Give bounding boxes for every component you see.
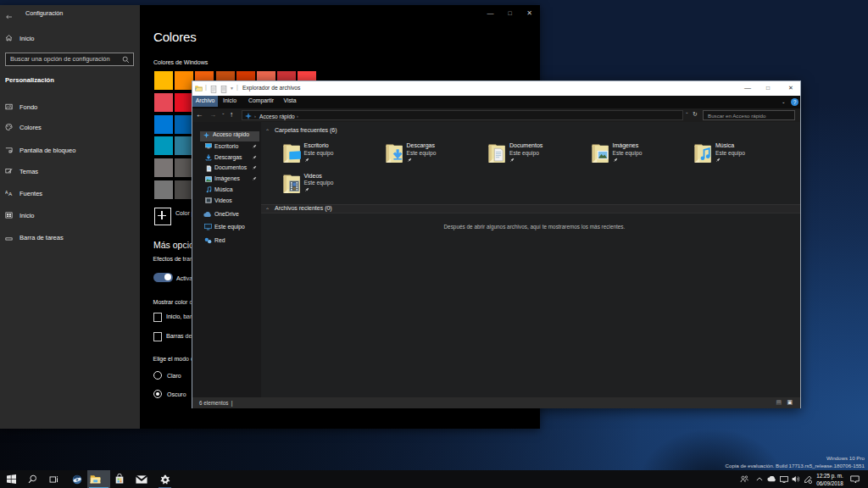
svg-text:A: A [8,191,13,197]
